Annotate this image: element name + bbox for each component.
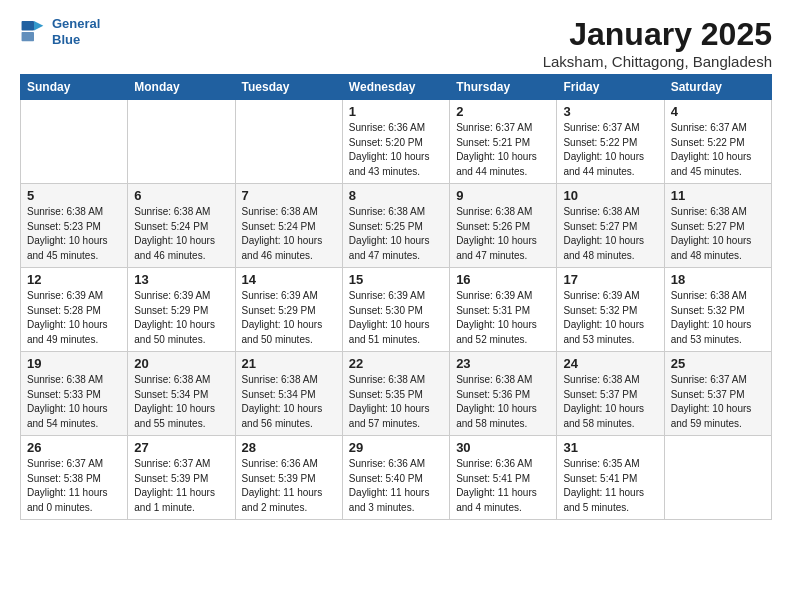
day-cell: 4Sunrise: 6:37 AM Sunset: 5:22 PM Daylig… (664, 100, 771, 184)
day-info: Sunrise: 6:37 AM Sunset: 5:38 PM Dayligh… (27, 457, 121, 515)
day-info: Sunrise: 6:38 AM Sunset: 5:27 PM Dayligh… (563, 205, 657, 263)
day-cell (664, 436, 771, 520)
calendar-title: January 2025 (543, 16, 772, 53)
day-number: 27 (134, 440, 228, 455)
day-cell: 10Sunrise: 6:38 AM Sunset: 5:27 PM Dayli… (557, 184, 664, 268)
day-cell: 24Sunrise: 6:38 AM Sunset: 5:37 PM Dayli… (557, 352, 664, 436)
day-number: 20 (134, 356, 228, 371)
day-number: 8 (349, 188, 443, 203)
day-number: 16 (456, 272, 550, 287)
day-info: Sunrise: 6:38 AM Sunset: 5:34 PM Dayligh… (242, 373, 336, 431)
day-cell: 26Sunrise: 6:37 AM Sunset: 5:38 PM Dayli… (21, 436, 128, 520)
svg-rect-0 (22, 21, 34, 30)
day-cell: 6Sunrise: 6:38 AM Sunset: 5:24 PM Daylig… (128, 184, 235, 268)
day-info: Sunrise: 6:37 AM Sunset: 5:37 PM Dayligh… (671, 373, 765, 431)
day-cell (235, 100, 342, 184)
day-number: 31 (563, 440, 657, 455)
day-info: Sunrise: 6:39 AM Sunset: 5:29 PM Dayligh… (134, 289, 228, 347)
day-cell: 25Sunrise: 6:37 AM Sunset: 5:37 PM Dayli… (664, 352, 771, 436)
day-number: 4 (671, 104, 765, 119)
day-cell: 12Sunrise: 6:39 AM Sunset: 5:28 PM Dayli… (21, 268, 128, 352)
day-info: Sunrise: 6:38 AM Sunset: 5:24 PM Dayligh… (242, 205, 336, 263)
day-number: 26 (27, 440, 121, 455)
day-info: Sunrise: 6:38 AM Sunset: 5:32 PM Dayligh… (671, 289, 765, 347)
calendar-table: SundayMondayTuesdayWednesdayThursdayFrid… (20, 74, 772, 520)
header-cell-monday: Monday (128, 75, 235, 100)
day-info: Sunrise: 6:36 AM Sunset: 5:39 PM Dayligh… (242, 457, 336, 515)
day-cell (128, 100, 235, 184)
day-info: Sunrise: 6:38 AM Sunset: 5:25 PM Dayligh… (349, 205, 443, 263)
header-cell-wednesday: Wednesday (342, 75, 449, 100)
week-row-4: 19Sunrise: 6:38 AM Sunset: 5:33 PM Dayli… (21, 352, 772, 436)
day-cell: 16Sunrise: 6:39 AM Sunset: 5:31 PM Dayli… (450, 268, 557, 352)
week-row-5: 26Sunrise: 6:37 AM Sunset: 5:38 PM Dayli… (21, 436, 772, 520)
day-info: Sunrise: 6:38 AM Sunset: 5:35 PM Dayligh… (349, 373, 443, 431)
day-cell: 18Sunrise: 6:38 AM Sunset: 5:32 PM Dayli… (664, 268, 771, 352)
week-row-2: 5Sunrise: 6:38 AM Sunset: 5:23 PM Daylig… (21, 184, 772, 268)
day-cell (21, 100, 128, 184)
day-cell: 23Sunrise: 6:38 AM Sunset: 5:36 PM Dayli… (450, 352, 557, 436)
day-info: Sunrise: 6:38 AM Sunset: 5:33 PM Dayligh… (27, 373, 121, 431)
day-info: Sunrise: 6:36 AM Sunset: 5:41 PM Dayligh… (456, 457, 550, 515)
header-cell-thursday: Thursday (450, 75, 557, 100)
day-number: 11 (671, 188, 765, 203)
day-cell: 20Sunrise: 6:38 AM Sunset: 5:34 PM Dayli… (128, 352, 235, 436)
day-cell: 27Sunrise: 6:37 AM Sunset: 5:39 PM Dayli… (128, 436, 235, 520)
day-number: 30 (456, 440, 550, 455)
day-number: 9 (456, 188, 550, 203)
day-cell: 31Sunrise: 6:35 AM Sunset: 5:41 PM Dayli… (557, 436, 664, 520)
day-number: 7 (242, 188, 336, 203)
day-number: 14 (242, 272, 336, 287)
day-cell: 15Sunrise: 6:39 AM Sunset: 5:30 PM Dayli… (342, 268, 449, 352)
day-info: Sunrise: 6:36 AM Sunset: 5:20 PM Dayligh… (349, 121, 443, 179)
day-cell: 2Sunrise: 6:37 AM Sunset: 5:21 PM Daylig… (450, 100, 557, 184)
day-info: Sunrise: 6:38 AM Sunset: 5:24 PM Dayligh… (134, 205, 228, 263)
day-number: 23 (456, 356, 550, 371)
day-number: 17 (563, 272, 657, 287)
day-info: Sunrise: 6:39 AM Sunset: 5:28 PM Dayligh… (27, 289, 121, 347)
day-number: 15 (349, 272, 443, 287)
header-cell-sunday: Sunday (21, 75, 128, 100)
day-cell: 21Sunrise: 6:38 AM Sunset: 5:34 PM Dayli… (235, 352, 342, 436)
day-cell: 22Sunrise: 6:38 AM Sunset: 5:35 PM Dayli… (342, 352, 449, 436)
day-number: 6 (134, 188, 228, 203)
day-cell: 19Sunrise: 6:38 AM Sunset: 5:33 PM Dayli… (21, 352, 128, 436)
header-cell-saturday: Saturday (664, 75, 771, 100)
day-info: Sunrise: 6:38 AM Sunset: 5:34 PM Dayligh… (134, 373, 228, 431)
day-info: Sunrise: 6:39 AM Sunset: 5:31 PM Dayligh… (456, 289, 550, 347)
day-number: 13 (134, 272, 228, 287)
day-info: Sunrise: 6:39 AM Sunset: 5:30 PM Dayligh… (349, 289, 443, 347)
day-number: 19 (27, 356, 121, 371)
day-cell: 5Sunrise: 6:38 AM Sunset: 5:23 PM Daylig… (21, 184, 128, 268)
header-cell-friday: Friday (557, 75, 664, 100)
day-info: Sunrise: 6:35 AM Sunset: 5:41 PM Dayligh… (563, 457, 657, 515)
day-number: 12 (27, 272, 121, 287)
day-cell: 8Sunrise: 6:38 AM Sunset: 5:25 PM Daylig… (342, 184, 449, 268)
day-number: 5 (27, 188, 121, 203)
svg-rect-2 (22, 32, 34, 41)
day-number: 21 (242, 356, 336, 371)
day-number: 28 (242, 440, 336, 455)
day-info: Sunrise: 6:37 AM Sunset: 5:21 PM Dayligh… (456, 121, 550, 179)
header-cell-tuesday: Tuesday (235, 75, 342, 100)
day-info: Sunrise: 6:38 AM Sunset: 5:36 PM Dayligh… (456, 373, 550, 431)
day-info: Sunrise: 6:37 AM Sunset: 5:39 PM Dayligh… (134, 457, 228, 515)
day-info: Sunrise: 6:38 AM Sunset: 5:23 PM Dayligh… (27, 205, 121, 263)
day-number: 29 (349, 440, 443, 455)
day-info: Sunrise: 6:37 AM Sunset: 5:22 PM Dayligh… (671, 121, 765, 179)
week-row-1: 1Sunrise: 6:36 AM Sunset: 5:20 PM Daylig… (21, 100, 772, 184)
header-row: SundayMondayTuesdayWednesdayThursdayFrid… (21, 75, 772, 100)
day-cell: 1Sunrise: 6:36 AM Sunset: 5:20 PM Daylig… (342, 100, 449, 184)
title-block: January 2025 Laksham, Chittagong, Bangla… (543, 16, 772, 70)
calendar-page: General Blue January 2025 Laksham, Chitt… (0, 0, 792, 536)
day-cell: 14Sunrise: 6:39 AM Sunset: 5:29 PM Dayli… (235, 268, 342, 352)
day-cell: 13Sunrise: 6:39 AM Sunset: 5:29 PM Dayli… (128, 268, 235, 352)
day-number: 25 (671, 356, 765, 371)
day-cell: 28Sunrise: 6:36 AM Sunset: 5:39 PM Dayli… (235, 436, 342, 520)
logo-icon (20, 18, 48, 46)
header: General Blue January 2025 Laksham, Chitt… (20, 16, 772, 70)
day-number: 2 (456, 104, 550, 119)
day-info: Sunrise: 6:38 AM Sunset: 5:37 PM Dayligh… (563, 373, 657, 431)
day-number: 22 (349, 356, 443, 371)
day-cell: 29Sunrise: 6:36 AM Sunset: 5:40 PM Dayli… (342, 436, 449, 520)
